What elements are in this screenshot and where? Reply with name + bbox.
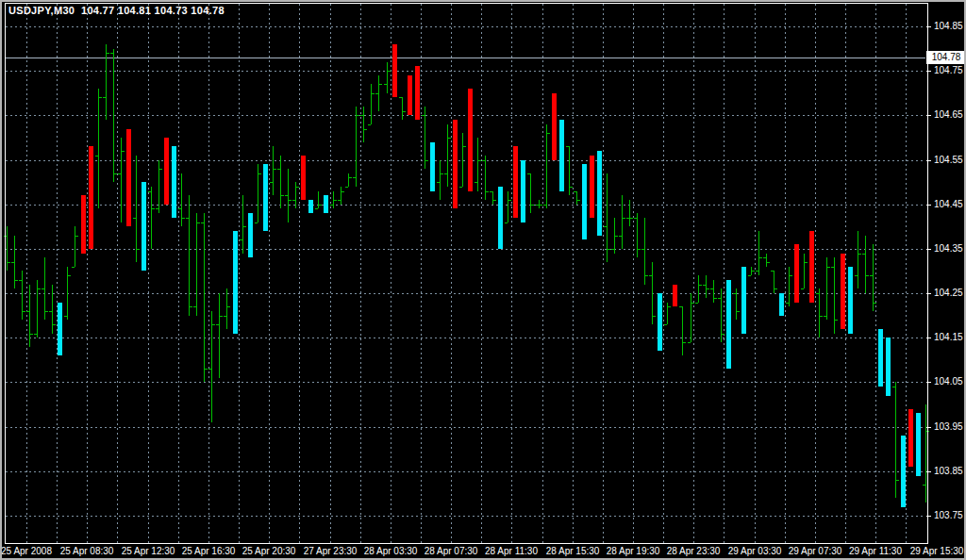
highlight-bar-aqua bbox=[248, 213, 253, 257]
open-tick bbox=[64, 316, 67, 317]
grid-line-vertical bbox=[299, 4, 300, 545]
close-tick bbox=[357, 115, 359, 116]
close-tick bbox=[38, 288, 41, 289]
open-tick bbox=[375, 93, 378, 94]
open-tick bbox=[208, 369, 211, 370]
close-tick bbox=[874, 303, 876, 304]
grid-line-horizontal bbox=[6, 71, 925, 72]
highlight-bar-red bbox=[468, 89, 473, 191]
open-tick bbox=[148, 191, 151, 192]
highlight-bar-red bbox=[392, 44, 397, 97]
close-tick bbox=[15, 280, 18, 281]
highlight-bar-aqua bbox=[726, 280, 731, 369]
close-tick bbox=[152, 208, 155, 209]
open-tick bbox=[763, 257, 766, 258]
close-tick bbox=[334, 200, 337, 201]
grid-line-vertical bbox=[603, 4, 604, 545]
close-tick bbox=[227, 306, 230, 307]
highlight-bar-red bbox=[301, 156, 306, 200]
ohlc-bar bbox=[492, 191, 493, 205]
close-tick bbox=[638, 249, 641, 250]
ohlc-bar bbox=[318, 191, 319, 208]
ohlc-bar bbox=[211, 311, 212, 422]
ohlc-bar bbox=[371, 84, 372, 124]
ohlc-bar bbox=[706, 275, 707, 298]
highlight-bar-aqua bbox=[263, 164, 268, 231]
grid-line-vertical bbox=[663, 4, 664, 545]
mt4-chart-window: USDJPY,M30 104.77 104.81 104.73 104.78 1… bbox=[0, 0, 966, 560]
open-tick bbox=[664, 324, 667, 325]
ohlc-bar bbox=[569, 146, 570, 195]
open-tick bbox=[862, 254, 865, 255]
close-tick bbox=[137, 249, 140, 250]
close-tick bbox=[448, 138, 451, 139]
highlight-bar-aqua bbox=[878, 329, 883, 387]
grid-line-vertical bbox=[755, 4, 756, 545]
close-tick bbox=[99, 97, 102, 98]
ohlc-bar bbox=[530, 173, 531, 213]
open-tick bbox=[49, 311, 52, 312]
close-tick bbox=[714, 298, 717, 299]
grid-line-vertical bbox=[208, 4, 209, 545]
ohlc-bar bbox=[280, 156, 281, 208]
current-price-line bbox=[6, 58, 925, 58]
open-tick bbox=[923, 485, 925, 486]
close-tick bbox=[668, 306, 671, 307]
highlight-bar-aqua bbox=[741, 267, 746, 334]
time-axis-label: 29 Apr 11:30 bbox=[849, 546, 902, 556]
close-tick bbox=[182, 218, 185, 219]
highlight-bar-red bbox=[164, 138, 169, 205]
price-axis-tick bbox=[926, 427, 931, 428]
close-tick bbox=[722, 334, 724, 335]
price-axis-label: 104.25 bbox=[934, 288, 963, 298]
grid-line-vertical bbox=[845, 4, 846, 545]
highlight-bar-aqua bbox=[597, 151, 602, 236]
open-tick bbox=[103, 97, 106, 98]
chart-plot-area[interactable] bbox=[0, 0, 966, 560]
price-axis-label: 104.65 bbox=[934, 109, 963, 120]
ohlc-bar bbox=[356, 107, 357, 187]
open-tick bbox=[604, 226, 607, 227]
open-tick bbox=[543, 205, 546, 206]
close-tick bbox=[372, 93, 375, 94]
close-tick bbox=[463, 146, 466, 147]
open-tick bbox=[360, 115, 363, 116]
price-axis-tick bbox=[926, 160, 931, 161]
ohlc-bar bbox=[873, 244, 874, 311]
close-tick bbox=[349, 177, 352, 178]
grid-line-vertical bbox=[573, 4, 574, 545]
price-axis-label: 104.75 bbox=[934, 65, 963, 75]
grid-line-vertical bbox=[875, 4, 876, 545]
open-tick bbox=[536, 205, 539, 206]
ohlc-bar bbox=[477, 138, 478, 191]
highlight-bar-aqua bbox=[901, 436, 906, 507]
open-tick bbox=[224, 316, 226, 317]
ohlc-bar bbox=[378, 75, 379, 111]
ohlc-bar bbox=[348, 173, 349, 187]
time-axis[interactable]: 25 Apr 200825 Apr 08:3025 Apr 12:3025 Ap… bbox=[0, 544, 966, 560]
open-tick bbox=[315, 208, 318, 209]
grid-line-vertical bbox=[239, 4, 240, 545]
open-tick bbox=[679, 306, 682, 307]
open-tick bbox=[786, 303, 789, 304]
price-axis-tick bbox=[926, 338, 931, 338]
ohlc-bar bbox=[758, 231, 759, 275]
open-tick bbox=[611, 249, 614, 250]
open-tick bbox=[634, 218, 637, 219]
ohlc-bar bbox=[22, 271, 23, 320]
ohlc-bar bbox=[576, 191, 577, 205]
ohlc-bar bbox=[106, 44, 107, 120]
open-tick bbox=[748, 275, 751, 276]
highlight-bar-aqua bbox=[58, 303, 62, 355]
price-axis[interactable]: 104.85104.75104.65104.55104.45104.35104.… bbox=[927, 0, 966, 560]
ohlc-bar bbox=[402, 97, 403, 120]
close-tick bbox=[615, 236, 618, 237]
open-tick bbox=[718, 298, 721, 299]
open-tick bbox=[733, 293, 736, 294]
close-tick bbox=[608, 249, 610, 250]
grid-line-vertical bbox=[57, 4, 58, 545]
open-tick bbox=[193, 306, 196, 307]
ohlc-bar bbox=[546, 124, 547, 208]
close-tick bbox=[122, 151, 125, 152]
grid-line-vertical bbox=[148, 4, 149, 545]
